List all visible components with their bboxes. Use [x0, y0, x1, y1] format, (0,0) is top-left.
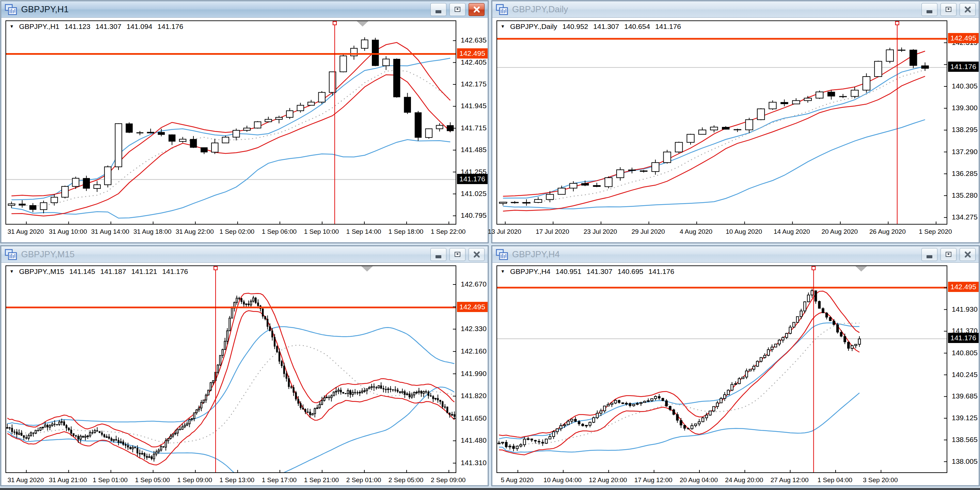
time-axis[interactable]: 31 Aug 202031 Aug 21:001 Sep 01:001 Sep … [5, 474, 456, 486]
time-tick-label: 2 Sep 01:00 [346, 476, 381, 484]
time-tick-label: 31 Aug 21:00 [49, 476, 87, 484]
window-titlebar[interactable]: GBPJPY,M15 [2, 246, 488, 263]
ohlc-symbol: GBPJPY.,Daily [510, 22, 557, 31]
ohlc-symbol: GBPJPY.,H1 [19, 22, 60, 31]
window-titlebar[interactable]: GBPJPY,H1 [2, 2, 488, 18]
chart-plot[interactable] [5, 265, 456, 473]
chart-window-icon [5, 249, 18, 260]
collapse-arrow-icon[interactable]: ▼ [501, 269, 505, 274]
price-tick-label: 141.480 [461, 436, 487, 444]
window-title: GBPJPY,H4 [512, 249, 560, 260]
price-tick-label: 142.160 [461, 347, 487, 355]
time-tick-label: 1 Sep 21:00 [304, 476, 339, 484]
chart-window-daily: GBPJPY,Daily 142.315141.310140.305139.30… [492, 1, 979, 243]
price-axis[interactable]: 142.670142.500142.330142.160141.990141.8… [456, 265, 487, 485]
time-tick-label: 31 Aug 10:00 [49, 228, 87, 235]
bid-price-tag: 141.176 [457, 174, 488, 184]
time-tick-label: 23 Jul 2020 [584, 228, 617, 235]
close-button[interactable] [959, 248, 975, 261]
time-tick-label: 1 Sep 09:00 [177, 476, 212, 484]
minimize-button[interactable] [430, 3, 446, 16]
price-tick-label: 139.125 [952, 414, 978, 422]
price-tick-label: 141.025 [461, 190, 487, 198]
close-icon [964, 251, 972, 258]
time-tick-label: 1 Sep 17:00 [262, 476, 297, 484]
ohlc-open: 140.952 [562, 22, 588, 31]
chart-area: 142.490141.930141.370140.805140.245139.6… [492, 263, 978, 485]
ohlc-low: 140.654 [624, 22, 650, 31]
collapse-arrow-icon[interactable]: ▼ [10, 24, 14, 29]
time-tick-label: 31 Aug 22:00 [176, 228, 214, 235]
close-button[interactable] [469, 3, 485, 16]
close-icon [473, 6, 480, 13]
time-tick-label: 5 Aug 2020 [501, 476, 534, 484]
chart-area: 142.670142.500142.330142.160141.990141.8… [2, 263, 488, 485]
ohlc-high: 141.307 [593, 22, 619, 31]
restore-button[interactable] [940, 3, 956, 16]
price-axis[interactable]: 142.315141.310140.305139.300138.295137.2… [947, 21, 978, 242]
price-tick-label: 135.280 [952, 191, 978, 200]
restore-button[interactable] [940, 248, 956, 261]
price-tick-label: 141.310 [461, 459, 487, 467]
close-button[interactable] [959, 3, 975, 16]
chart-plot[interactable] [496, 265, 947, 473]
price-tick-label: 142.635 [461, 36, 487, 44]
restore-icon [455, 252, 460, 257]
chart-window-h1: GBPJPY,H1 142.635142.405142.175141.94514… [1, 1, 488, 243]
price-tick-label: 141.945 [461, 102, 487, 110]
ohlc-readout: ▼ GBPJPY.,H1 141.123 141.307 141.094 141… [10, 22, 183, 31]
price-tick-label: 141.990 [461, 369, 487, 378]
time-tick-label: 1 Sep 01:00 [92, 476, 127, 484]
time-tick-label: 1 Sep 22:00 [431, 228, 466, 235]
chart-window-h4: GBPJPY,H4 142.490141.930141.370140.80514… [492, 246, 979, 486]
chart-window-icon [5, 4, 18, 15]
hline-price-tag: 142.495 [457, 302, 488, 312]
minimize-button[interactable] [921, 3, 937, 16]
time-tick-label: 2 Sep 09:00 [431, 476, 466, 484]
price-axis[interactable]: 142.490141.930141.370140.805140.245139.6… [947, 265, 978, 485]
time-axis[interactable]: 31 Aug 202031 Aug 10:0031 Aug 14:0031 Au… [5, 226, 456, 238]
price-axis[interactable]: 142.635142.405142.175141.945141.715141.4… [456, 21, 487, 242]
bid-price-tag: 141.176 [948, 333, 978, 343]
time-tick-label: 24 Aug 20:00 [725, 476, 763, 484]
time-tick-label: 31 Aug 2020 [8, 476, 44, 484]
time-axis[interactable]: 13 Jul 202017 Jul 202023 Jul 202029 Jul … [496, 226, 947, 238]
close-button[interactable] [469, 248, 485, 261]
time-tick-label: 10 Aug 04:00 [544, 476, 582, 484]
time-tick-label: 1 Sep 05:00 [135, 476, 170, 484]
chart-plot[interactable] [496, 21, 947, 225]
app-bottom-edge [0, 488, 980, 490]
time-tick-label: 26 Aug 2020 [869, 228, 906, 235]
time-tick-label: 20 Aug 2020 [821, 228, 858, 235]
chart-area: 142.315141.310140.305139.300138.295137.2… [492, 18, 978, 242]
price-tick-label: 140.305 [952, 82, 978, 90]
restore-icon [455, 7, 460, 12]
restore-button[interactable] [449, 3, 466, 16]
window-titlebar[interactable]: GBPJPY,Daily [492, 2, 978, 18]
ohlc-close: 141.176 [655, 22, 681, 31]
window-titlebar[interactable]: GBPJPY,H4 [492, 246, 978, 263]
collapse-arrow-icon[interactable]: ▼ [10, 269, 14, 274]
restore-icon [946, 252, 951, 257]
chart-plot[interactable] [5, 21, 456, 225]
time-tick-label: 27 Aug 12:00 [771, 476, 809, 484]
time-tick-label: 17 Aug 12:00 [635, 476, 673, 484]
time-axis[interactable]: 5 Aug 202010 Aug 04:0012 Aug 20:0017 Aug… [496, 474, 947, 486]
restore-button[interactable] [449, 248, 466, 261]
ohlc-high: 141.307 [95, 22, 121, 31]
mdi-workspace: GBPJPY,H1 142.635142.405142.175141.94514… [0, 0, 980, 490]
ohlc-high: 141.307 [586, 268, 612, 276]
price-tick-label: 140.805 [952, 349, 978, 357]
time-tick-label: 2 Sep 05:00 [388, 476, 423, 484]
minimize-button[interactable] [921, 248, 937, 261]
ohlc-open: 140.951 [556, 268, 582, 276]
minimize-icon [436, 10, 441, 13]
time-tick-label: 1 Sep 2020 [919, 228, 952, 235]
ohlc-open: 141.145 [70, 268, 95, 276]
price-tick-label: 141.650 [461, 414, 487, 422]
collapse-arrow-icon[interactable]: ▼ [501, 24, 505, 29]
price-tick-label: 139.300 [952, 104, 978, 112]
minimize-button[interactable] [430, 248, 446, 261]
time-tick-label: 31 Aug 2020 [8, 228, 44, 235]
price-tick-label: 141.930 [952, 305, 978, 313]
